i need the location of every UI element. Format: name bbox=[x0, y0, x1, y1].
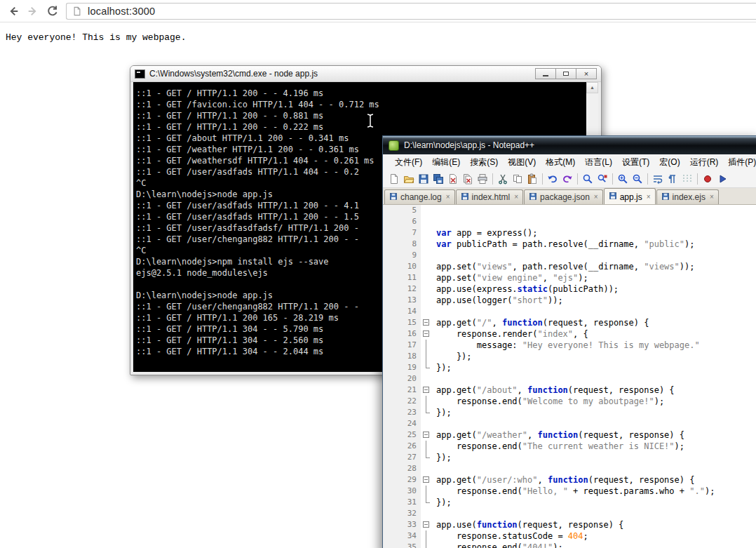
copy-button[interactable] bbox=[511, 172, 525, 186]
code-text[interactable]: }); bbox=[432, 452, 452, 463]
code-text[interactable]: app.get("/weather", function(request, re… bbox=[432, 429, 684, 441]
fold-open-marker[interactable] bbox=[421, 328, 432, 340]
tab-app.js[interactable]: app.js× bbox=[604, 188, 656, 205]
menu-item[interactable]: 设置(T) bbox=[617, 155, 654, 170]
line-number: 25 bbox=[393, 429, 421, 441]
zoom-out-button[interactable] bbox=[630, 172, 644, 186]
code-editor[interactable]: 567var app = express();8var publicPath =… bbox=[383, 205, 756, 548]
tab-index.ejs[interactable]: index.ejs× bbox=[656, 189, 719, 204]
print-button[interactable] bbox=[475, 172, 490, 186]
indent-guide-button[interactable] bbox=[680, 172, 694, 186]
paste-button[interactable] bbox=[525, 172, 539, 186]
fold-open-marker[interactable] bbox=[421, 474, 432, 486]
redo-button[interactable] bbox=[560, 172, 574, 186]
tab-package.json[interactable]: package.json× bbox=[524, 189, 603, 204]
code-text[interactable]: response.end("The current weather is NIC… bbox=[432, 441, 684, 452]
code-text[interactable] bbox=[432, 306, 436, 317]
new-file-button[interactable] bbox=[387, 172, 401, 186]
menu-item[interactable]: 宏(O) bbox=[654, 155, 684, 170]
code-text[interactable]: }); bbox=[432, 362, 452, 373]
record-macro-icon bbox=[702, 173, 713, 185]
code-line: 11app.set("view engine", "ejs"); bbox=[383, 272, 756, 283]
code-text[interactable]: response.end("Welcome to my aboutpage!")… bbox=[432, 396, 664, 407]
menu-item[interactable]: 格式(M) bbox=[541, 155, 580, 170]
code-text[interactable]: var app = express(); bbox=[432, 227, 538, 239]
forward-button[interactable] bbox=[25, 4, 41, 19]
notepad-title-bar[interactable]: D:\learn\nodejs\app.js - Notepad++ bbox=[383, 136, 756, 154]
code-text[interactable] bbox=[432, 508, 436, 519]
code-text[interactable] bbox=[432, 205, 436, 216]
menu-item[interactable]: 语言(L) bbox=[580, 155, 617, 170]
tab-index.html[interactable]: index.html× bbox=[456, 189, 524, 204]
restore-button[interactable] bbox=[555, 68, 576, 79]
save-all-button[interactable] bbox=[431, 172, 445, 186]
tab-close-icon[interactable]: × bbox=[514, 194, 518, 201]
undo-button[interactable] bbox=[546, 172, 560, 186]
code-text[interactable]: var publicPath = path.resolve(__dirname,… bbox=[432, 239, 694, 250]
find-button[interactable] bbox=[581, 172, 595, 186]
code-line: 32 bbox=[383, 508, 756, 519]
code-text[interactable]: app.set("views", path.resolve(__dirname,… bbox=[432, 261, 694, 272]
code-text[interactable] bbox=[432, 463, 436, 474]
bookmark-margin bbox=[383, 486, 393, 497]
cut-button[interactable] bbox=[496, 172, 510, 186]
code-text[interactable]: response.render("index", { bbox=[432, 328, 588, 340]
code-text[interactable]: }); bbox=[432, 497, 452, 508]
menu-item[interactable]: 搜索(S) bbox=[465, 155, 503, 170]
code-text[interactable]: }); bbox=[432, 351, 472, 362]
code-text[interactable]: app.set("view engine", "ejs"); bbox=[432, 272, 588, 283]
code-text[interactable] bbox=[432, 250, 436, 261]
code-text[interactable]: app.use(express.static(publicPath)); bbox=[432, 283, 619, 295]
tab-close-icon[interactable]: × bbox=[594, 194, 598, 201]
word-wrap-button[interactable] bbox=[651, 172, 665, 186]
fold-margin bbox=[421, 205, 432, 216]
fold-open-marker[interactable] bbox=[421, 385, 432, 396]
close-file-button[interactable] bbox=[446, 172, 460, 186]
menu-item[interactable]: 文件(F) bbox=[390, 155, 427, 170]
menu-item[interactable]: 插件(P) bbox=[723, 155, 756, 170]
tab-change.log[interactable]: change.log× bbox=[384, 189, 455, 204]
reload-button[interactable] bbox=[45, 4, 60, 19]
back-button[interactable] bbox=[6, 4, 21, 19]
code-text[interactable]: response.statusCode = 404; bbox=[432, 530, 588, 542]
minimize-button[interactable] bbox=[535, 68, 556, 79]
fold-open-marker[interactable] bbox=[421, 317, 432, 328]
code-text[interactable]: app.use(logger("short")); bbox=[432, 295, 563, 306]
scroll-up-icon[interactable]: ▲ bbox=[586, 82, 598, 93]
line-number: 18 bbox=[393, 351, 421, 362]
replace-button[interactable] bbox=[595, 172, 609, 186]
code-text[interactable]: app.get("/about", function(request, resp… bbox=[432, 385, 675, 396]
tab-close-icon[interactable]: × bbox=[647, 194, 651, 201]
fold-open-marker[interactable] bbox=[421, 429, 432, 441]
fold-margin bbox=[421, 239, 432, 250]
code-text[interactable]: message: "Hey everyone! This is my webpa… bbox=[432, 340, 700, 351]
code-text[interactable] bbox=[432, 373, 436, 385]
tab-close-icon[interactable]: × bbox=[446, 194, 450, 201]
code-text[interactable]: }); bbox=[432, 407, 452, 418]
open-file-button[interactable] bbox=[402, 172, 416, 186]
cmd-title-bar[interactable]: C:\Windows\system32\cmd.exe - node app.j… bbox=[130, 66, 601, 82]
tab-close-icon[interactable]: × bbox=[710, 194, 714, 201]
tab-bar: change.log×index.html×package.json×app.j… bbox=[383, 188, 756, 205]
record-macro-button[interactable] bbox=[701, 172, 715, 186]
code-text[interactable]: response.end("404!"); bbox=[432, 542, 563, 548]
close-icon: × bbox=[584, 70, 588, 78]
menu-item[interactable]: 编辑(E) bbox=[427, 155, 465, 170]
code-text[interactable]: app.use(function(request, response) { bbox=[432, 519, 623, 530]
code-line: 30 response.end("Hello, " + request.para… bbox=[383, 486, 756, 497]
close-button[interactable]: × bbox=[576, 68, 597, 79]
save-button[interactable] bbox=[417, 172, 431, 186]
zoom-in-button[interactable] bbox=[616, 172, 630, 186]
fold-open-marker[interactable] bbox=[421, 519, 432, 530]
code-text[interactable] bbox=[432, 216, 436, 227]
code-text[interactable] bbox=[432, 418, 436, 429]
code-text[interactable]: app.get("/user/:who", function(request, … bbox=[432, 474, 694, 486]
menu-item[interactable]: 视图(V) bbox=[503, 155, 541, 170]
menu-item[interactable]: 运行(R) bbox=[685, 155, 724, 170]
address-bar[interactable]: localhost:3000 bbox=[66, 3, 756, 20]
code-text[interactable]: response.end("Hello, " + request.params.… bbox=[432, 486, 715, 497]
code-text[interactable]: app.get("/", function(request, response)… bbox=[432, 317, 649, 328]
show-all-characters-button[interactable] bbox=[666, 172, 680, 186]
play-macro-button[interactable] bbox=[715, 172, 729, 186]
close-all-button[interactable] bbox=[461, 172, 475, 186]
